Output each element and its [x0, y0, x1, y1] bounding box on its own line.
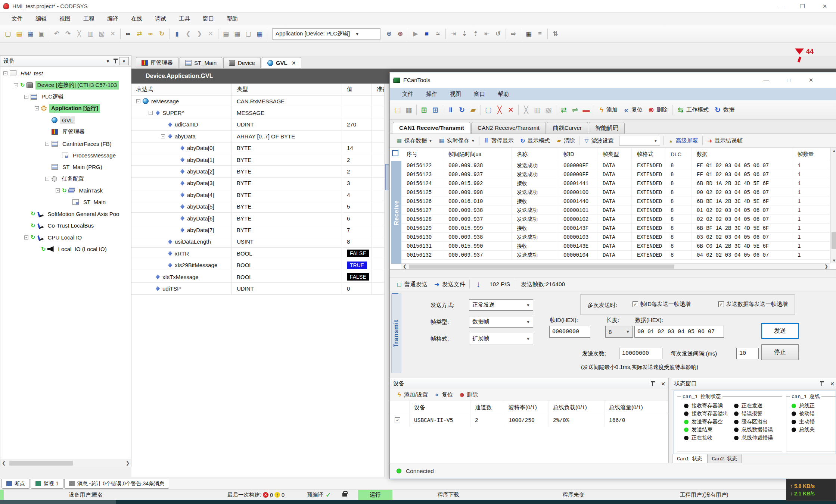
frame-format-combo[interactable]: 扩展帧▼	[469, 333, 533, 344]
delete-device-button[interactable]: ⊗ 删除	[645, 104, 670, 116]
copy-icon[interactable]: ▥	[86, 29, 95, 39]
scroll-up-icon[interactable]: ▲	[831, 148, 836, 154]
bottom-tab-2[interactable]: 消息 -总计 0个错误,0个警告,34条消息	[64, 479, 169, 489]
find-next-icon[interactable]: ∞	[146, 29, 155, 39]
data-button[interactable]: ↻ 数据	[711, 104, 737, 116]
tree-item-HMI_test[interactable]: −HMI_test	[0, 68, 131, 79]
watch-row[interactable]: xIs29BitMessageBOOLTRUE	[131, 259, 389, 271]
transmit-tab-strip[interactable]: Transmit	[391, 294, 401, 373]
tree-item-GVL[interactable]: GVL	[0, 115, 131, 126]
expander-icon[interactable]: −	[45, 177, 49, 181]
editor-tab-ST_Main[interactable]: ST_Main	[180, 57, 222, 68]
status-tab-Can1 状态[interactable]: Can1 状态	[672, 454, 707, 463]
codesys-menu-工程[interactable]: 工程	[77, 13, 101, 25]
watch-row[interactable]: abyData[6]BYTE6	[131, 213, 389, 224]
input-assistant-icon[interactable]: ▦	[255, 29, 264, 39]
send-count-input[interactable]: 10000000	[619, 348, 662, 359]
scroll-left-icon[interactable]: ❮	[0, 460, 7, 466]
realtime-save-button[interactable]: ▦ 实时保存 ▼	[435, 135, 478, 146]
new-list-icon[interactable]: ▢	[483, 104, 494, 116]
scroll-right-icon[interactable]: ❯	[124, 460, 131, 466]
save-icon[interactable]: ▦	[25, 29, 35, 39]
bottom-tab-0[interactable]: 断点	[1, 479, 30, 489]
pin-icon[interactable]	[652, 381, 656, 386]
clear-button[interactable]: ▰ 清除	[553, 135, 578, 146]
increment-data-checkbox[interactable]: ✓ 发送数据每发送一帧递增	[718, 301, 788, 308]
recompile-icon[interactable]: ⇅	[550, 29, 560, 39]
delete-red-icon[interactable]: ✕	[505, 104, 516, 116]
stop-card-icon[interactable]: ▬	[581, 104, 592, 116]
pause-display-button[interactable]: ‖ 暂停显示	[481, 135, 517, 146]
tree-item-SoftMotion-General-Axis-Poo[interactable]: ↻SoftMotion General Axis Poo	[0, 208, 131, 220]
expander-icon[interactable]: −	[45, 142, 49, 146]
length-combo[interactable]: 8▼	[605, 326, 633, 338]
codesys-menu-编辑[interactable]: 编辑	[29, 13, 53, 25]
watch-row[interactable]: abyData[7]BYTE7	[131, 224, 389, 236]
show-error-frames-button[interactable]: ➜ 显示错误帧	[704, 135, 746, 146]
scroll-thumb[interactable]	[9, 461, 73, 466]
scroll-right-icon[interactable]: ❯	[823, 264, 830, 269]
active-application-selector[interactable]: Application [Device: PLC逻辑] ▼	[272, 28, 380, 40]
clear-bookmarks-icon[interactable]: ✕	[206, 29, 215, 39]
tree-item-CanInterFaces-FB-[interactable]: −CanInterFaces (FB)	[0, 138, 131, 149]
step-out-icon[interactable]: ⇡	[471, 29, 481, 39]
ecantools-menu-帮助[interactable]: 帮助	[491, 88, 515, 100]
editor-tab-Device[interactable]: Device	[223, 57, 261, 68]
next-statement-icon[interactable]: ⇨	[509, 29, 518, 39]
tree-item-Application-运行-[interactable]: −Application [运行]	[0, 103, 131, 114]
tree-item-CPU-Local-IO[interactable]: −↻CPU Local IO	[0, 231, 131, 243]
watch-row[interactable]: −abyDataARRAY [0..7] OF BYTE	[131, 131, 389, 142]
tree-item-Co-Trust-LocalBus[interactable]: ↻Co-Trust LocalBus	[0, 220, 131, 231]
ecantools-menu-窗口[interactable]: 窗口	[467, 88, 491, 100]
watch-row[interactable]: abyData[3]BYTE3	[131, 178, 389, 189]
bookmark-icon[interactable]: ▮	[172, 29, 182, 39]
can-frame-row[interactable]: 00156130000.009.938发送成功00000103DATAEXTEN…	[401, 233, 830, 242]
expander-icon[interactable]: −	[24, 95, 28, 99]
cut-icon[interactable]: ╳	[520, 104, 532, 116]
watch-row[interactable]: xIsTxMessageBOOLFALSE	[131, 271, 389, 283]
can-frame-row[interactable]: 00156127000.009.938发送成功00000101DATAEXTEN…	[401, 206, 830, 215]
clean-brush-icon[interactable]: ▰	[467, 104, 479, 116]
can-frame-row[interactable]: 00156124000.015.992接收00001441DATAEXTENDE…	[401, 179, 830, 188]
redo-icon[interactable]: ↷	[63, 29, 73, 39]
next-bookmark-icon[interactable]: ❯	[195, 29, 204, 39]
build-icon[interactable]: ⊛	[384, 29, 394, 39]
frame-id-input[interactable]: 00000000	[549, 326, 590, 338]
frame-type-combo[interactable]: 数据帧▼	[469, 316, 533, 328]
insert-grid-icon[interactable]: ▦	[232, 29, 242, 39]
work-mode-button[interactable]: ⇆ 工作模式	[674, 104, 711, 116]
codesys-menu-调试[interactable]: 调试	[149, 13, 173, 25]
can-hscrollbar[interactable]: ❮ ❯	[401, 263, 830, 269]
paste-icon[interactable]: ▧	[97, 29, 106, 39]
codesys-menu-工具[interactable]: 工具	[173, 13, 196, 25]
codesys-menu-窗口[interactable]: 窗口	[196, 13, 220, 25]
clean-icon[interactable]: ⊛	[395, 29, 405, 39]
display-mode-button[interactable]: ↻ 显示模式	[517, 135, 553, 146]
swap-send-icon[interactable]: ⇄	[558, 104, 569, 116]
watch-row[interactable]: abyData[4]BYTE4	[131, 189, 389, 201]
new-object-icon[interactable]: ▢	[243, 29, 253, 39]
tree-root-dropdown[interactable]: ▼	[119, 57, 129, 65]
expander-icon[interactable]: −	[136, 99, 140, 103]
editor-tab-库管理器[interactable]: 库管理器	[136, 57, 178, 68]
find-icon[interactable]: ∞	[123, 29, 133, 39]
save-file-icon[interactable]: ▦	[403, 104, 414, 116]
watch-row[interactable]: usiDataLengthUSINT8	[131, 236, 389, 248]
editor-vscroll-thumb[interactable]	[385, 164, 389, 190]
edit-tools-icon[interactable]: ╳	[494, 104, 505, 116]
pin-icon[interactable]	[115, 59, 118, 63]
delete-icon[interactable]: ✕	[108, 29, 118, 39]
can-tab-智能解码[interactable]: 智能解码	[589, 122, 625, 134]
undo-icon[interactable]: ↶	[52, 29, 62, 39]
tree-item-Device-连接的-CTH3-C57-103[interactable]: −↻Device [连接的] (CTH3 C57-103	[0, 79, 131, 91]
refresh-icon[interactable]: ↻	[456, 104, 467, 116]
can-vscrollbar[interactable]: ▲ ▼	[830, 148, 836, 263]
open-file-icon[interactable]: ▤	[392, 104, 403, 116]
message-flag[interactable]: 44	[795, 46, 825, 57]
cut-icon[interactable]: ╳	[74, 29, 84, 39]
can-tab-曲线Curver[interactable]: 曲线Curver	[547, 122, 588, 134]
stop-button[interactable]: 停止	[761, 344, 799, 360]
can-tab-CAN2 Receive/Transmit[interactable]: CAN2 Receive/Transmit	[471, 122, 546, 134]
devices-hscrollbar[interactable]: ❮ ❯	[0, 459, 131, 467]
prev-bookmark-icon[interactable]: ❮	[183, 29, 193, 39]
